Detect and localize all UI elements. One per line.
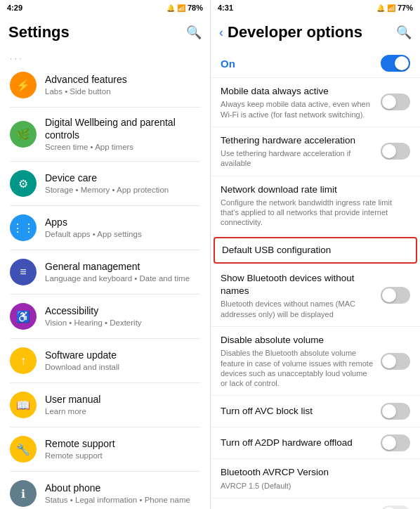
icon-general-management: ≡ xyxy=(10,259,37,285)
dev-item-subtitle-network-download: Configure the network bandwidth ingress … xyxy=(221,198,405,228)
icon-user-manual: 📖 xyxy=(10,392,37,418)
item-title-software-update: Software update xyxy=(45,349,200,361)
left-items-container: ⚡Advanced featuresLabs • Side button🌿Dig… xyxy=(0,65,210,509)
on-toggle-row[interactable]: On xyxy=(211,49,420,78)
dev-item-show-bluetooth[interactable]: Show Bluetooth devices without namesBlue… xyxy=(211,265,420,327)
left-page-title: Settings xyxy=(8,23,186,41)
divider-advanced-features xyxy=(10,107,200,108)
toggle-thumb-disable-abs-vol xyxy=(382,354,396,368)
right-items-container-wrap: Mobile data always activeAlways keep mob… xyxy=(211,78,420,509)
item-subtitle-advanced-features: Labs • Side button xyxy=(45,86,200,97)
toggle-tethering-accel[interactable] xyxy=(381,143,410,160)
item-title-about-phone: About phone xyxy=(45,482,200,494)
notification-icon: 🔔 xyxy=(166,4,175,12)
left-settings-list: · · · ⚡Advanced featuresLabs • Side butt… xyxy=(0,49,210,509)
dev-item-default-usb[interactable]: Default USB configuration xyxy=(214,237,417,264)
toggle-disable-abs-vol[interactable] xyxy=(381,353,410,370)
toggle-a2dp-offload[interactable] xyxy=(381,434,410,451)
back-button[interactable]: ‹ xyxy=(219,25,223,40)
dev-item-title-default-usb: Default USB configuration xyxy=(222,244,403,257)
item-subtitle-software-update: Download and install xyxy=(45,362,200,373)
settings-item-digital-wellbeing[interactable]: 🌿Digital Wellbeing and parental controls… xyxy=(0,109,210,160)
icon-apps: ⋮⋮ xyxy=(10,214,37,241)
toggle-show-bluetooth[interactable] xyxy=(381,287,410,304)
item-title-device-care: Device care xyxy=(45,172,200,184)
settings-item-general-management[interactable]: ≡General managementLanguage and keyboard… xyxy=(0,252,210,292)
right-items-container: Mobile data always activeAlways keep mob… xyxy=(211,78,420,509)
divider-software-update xyxy=(10,382,200,383)
item-text-about-phone: About phoneStatus • Legal information • … xyxy=(45,482,200,505)
dev-item-text-mobile-data: Mobile data always activeAlways keep mob… xyxy=(221,85,381,120)
item-subtitle-digital-wellbeing: Screen time • App timers xyxy=(45,142,200,153)
dev-item-disable-abs-vol[interactable]: Disable absolute volumeDisables the Blue… xyxy=(211,327,420,396)
dev-item-network-download[interactable]: Network download rate limitConfigure the… xyxy=(211,176,420,236)
item-title-apps: Apps xyxy=(45,216,200,228)
item-text-user-manual: User manualLearn more xyxy=(45,393,200,417)
icon-remote-support: 🔧 xyxy=(10,436,37,463)
on-label: On xyxy=(221,58,381,70)
dev-item-text-disable-abs-vol: Disable absolute volumeDisables the Blue… xyxy=(221,334,381,388)
item-title-accessibility: Accessibility xyxy=(45,304,200,317)
right-search-icon[interactable]: 🔍 xyxy=(396,25,412,40)
item-text-device-care: Device careStorage • Memory • App protec… xyxy=(45,172,200,195)
dev-item-text-default-usb: Default USB configuration xyxy=(222,244,409,257)
dev-item-tethering-accel[interactable]: Tethering hardware accelerationUse tethe… xyxy=(211,127,420,176)
divider-user-manual xyxy=(10,427,200,427)
item-text-accessibility: AccessibilityVision • Hearing • Dexterit… xyxy=(45,304,200,328)
dev-item-a2dp-offload[interactable]: Turn off A2DP hardware offload xyxy=(211,427,420,459)
settings-item-apps[interactable]: ⋮⋮AppsDefault apps • App settings xyxy=(0,207,210,248)
left-panel: 4:29 🔔 📶 78% Settings 🔍 · · · ⚡Advanced … xyxy=(0,0,210,509)
item-subtitle-user-manual: Learn more xyxy=(45,406,200,417)
toggle-avc-block[interactable] xyxy=(381,403,410,420)
divider-apps xyxy=(10,250,200,250)
settings-item-user-manual[interactable]: 📖User manualLearn more xyxy=(0,385,210,425)
right-time: 4:31 xyxy=(218,4,233,12)
dev-item-avrcp-version[interactable]: Bluetooth AVRCP VersionAVRCP 1.5 (Defaul… xyxy=(211,459,420,498)
icon-device-care: ⚙ xyxy=(10,170,37,197)
icon-accessibility: ♿ xyxy=(10,303,37,330)
settings-item-software-update[interactable]: ↑Software updateDownload and install xyxy=(0,340,210,381)
toggle-mobile-data[interactable] xyxy=(381,94,410,110)
toggle-thumb-mobile-data xyxy=(382,95,396,109)
settings-item-advanced-features[interactable]: ⚡Advanced featuresLabs • Side button xyxy=(0,65,210,105)
right-page-title: Developer options xyxy=(228,23,396,41)
right-top-bar: ‹ Developer options 🔍 xyxy=(211,15,420,49)
right-status-bar: 4:31 🔔 📶 77% xyxy=(211,0,420,15)
developer-options-toggle[interactable] xyxy=(381,55,410,72)
item-title-general-management: General management xyxy=(45,260,200,273)
right-panel: 4:31 🔔 📶 77% ‹ Developer options 🔍 On Mo… xyxy=(210,0,420,509)
toggle-hd-audio[interactable] xyxy=(381,505,410,509)
dev-item-subtitle-disable-abs-vol: Disables the Bluetooth absolute volume f… xyxy=(221,348,375,388)
dev-item-title-avc-block: Turn off AVC block list xyxy=(221,405,375,418)
dev-item-text-avrcp-version: Bluetooth AVRCP VersionAVRCP 1.5 (Defaul… xyxy=(221,466,410,491)
divider-accessibility xyxy=(10,338,200,339)
wifi-icon: 📶 xyxy=(177,4,185,12)
dev-item-hd-audio[interactable]: HD audio xyxy=(211,498,420,509)
divider-device-care xyxy=(10,205,200,206)
dev-item-subtitle-show-bluetooth: Bluetooth devices without names (MAC add… xyxy=(221,299,375,319)
right-notification-icon: 🔔 xyxy=(376,4,385,12)
left-top-bar: Settings 🔍 xyxy=(0,15,210,49)
item-subtitle-accessibility: Vision • Hearing • Dexterity xyxy=(45,318,200,328)
icon-about-phone: ℹ xyxy=(10,480,37,507)
settings-item-accessibility[interactable]: ♿AccessibilityVision • Hearing • Dexteri… xyxy=(0,296,210,337)
settings-item-remote-support[interactable]: 🔧Remote supportRemote support xyxy=(0,429,210,470)
dev-item-text-show-bluetooth: Show Bluetooth devices without namesBlue… xyxy=(221,272,381,319)
settings-item-device-care[interactable]: ⚙Device careStorage • Memory • App prote… xyxy=(0,163,210,204)
item-subtitle-about-phone: Status • Legal information • Phone name xyxy=(45,495,200,505)
settings-item-about-phone[interactable]: ℹAbout phoneStatus • Legal information •… xyxy=(0,473,210,509)
dev-item-title-tethering-accel: Tethering hardware acceleration xyxy=(221,134,375,147)
dev-item-avc-block[interactable]: Turn off AVC block list xyxy=(211,396,420,427)
dev-item-mobile-data[interactable]: Mobile data always activeAlways keep mob… xyxy=(211,78,420,127)
dev-item-title-show-bluetooth: Show Bluetooth devices without names xyxy=(221,272,375,297)
toggle-thumb-a2dp-offload xyxy=(382,436,396,450)
item-title-user-manual: User manual xyxy=(45,393,200,406)
left-search-icon[interactable]: 🔍 xyxy=(186,25,202,40)
dev-item-title-a2dp-offload: Turn off A2DP hardware offload xyxy=(221,437,375,449)
item-title-digital-wellbeing: Digital Wellbeing and parental controls xyxy=(45,116,200,141)
dev-item-title-mobile-data: Mobile data always active xyxy=(221,85,375,98)
left-time: 4:29 xyxy=(7,4,22,12)
dev-item-title-avrcp-version: Bluetooth AVRCP Version xyxy=(221,466,405,479)
right-wifi-icon: 📶 xyxy=(387,4,395,12)
toggle-thumb xyxy=(395,56,409,70)
